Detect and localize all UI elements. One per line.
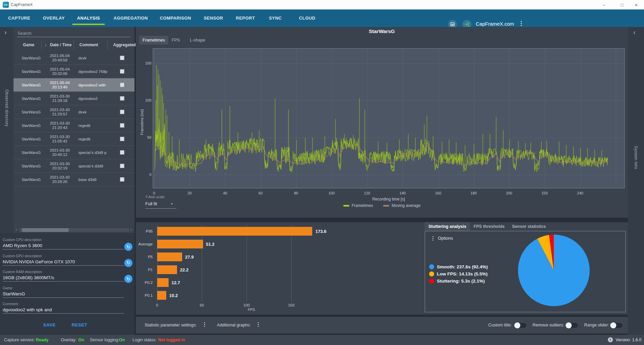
statistic-settings-kebab-icon[interactable]: ⋮	[202, 321, 207, 327]
scroll-left-icon[interactable]: ‹	[16, 227, 17, 232]
record-game: StarWarsG	[22, 124, 41, 128]
refresh-button[interactable]: ↻	[124, 275, 132, 283]
y-tick-label: 150	[141, 61, 151, 65]
nav-tab-capture[interactable]: CAPTURE	[8, 16, 30, 21]
record-comment: dgvoodoo2 768p	[78, 70, 118, 74]
minimize-button[interactable]: –	[599, 1, 609, 8]
column-game[interactable]: Game	[23, 43, 34, 47]
nav-tab-cloud[interactable]: CLOUD	[299, 16, 315, 21]
column-comment[interactable]: Comment	[79, 43, 98, 47]
expand-system-info-chevron-icon[interactable]: ‹	[633, 28, 636, 36]
record-row[interactable]: StarWarsG2021-03-3021:39:18dgvoodoo2	[14, 92, 134, 105]
bar-value-label: 22.2	[180, 267, 189, 272]
aggregated-checkbox[interactable]	[120, 164, 124, 168]
bar-category-label: P0.2	[136, 281, 153, 285]
capframex-site-link[interactable]: CapFrameX.com	[476, 21, 514, 27]
bar-gridline	[157, 225, 157, 302]
refresh-button[interactable]: ↻	[124, 259, 132, 267]
frametime-plot[interactable]	[153, 48, 625, 188]
record-row[interactable]: StarWarsG2021-05-0420:49:59dxvk	[14, 51, 134, 65]
nav-menu-kebab-icon[interactable]: ⋮	[518, 20, 524, 27]
pie-legend-low-fps: Low FPS: 14.13s (5.5%)	[429, 271, 488, 276]
tab-frametimes[interactable]: Frametimes	[139, 36, 168, 45]
x-tick-label: 40	[218, 191, 232, 195]
aggregated-checkbox[interactable]	[120, 56, 124, 60]
info-icon[interactable]: i	[608, 337, 613, 342]
aggregated-checkbox[interactable]	[120, 69, 124, 74]
field-input-custom-gpu-description[interactable]	[3, 259, 124, 266]
record-row[interactable]: StarWarsG2021-03-3021:05:42regedit	[14, 132, 134, 146]
record-game: StarWarsG	[22, 83, 41, 87]
custom-title-toggle[interactable]	[515, 323, 526, 328]
remove-outliers-toggle[interactable]	[566, 323, 578, 328]
nav-tab-sync[interactable]: SYNC	[269, 16, 282, 21]
nav-tab-aggregation[interactable]: AGGREGATION	[114, 16, 148, 21]
record-row[interactable]: StarWarsG2021-05-0420:32:06dgvoodoo2 768…	[14, 65, 134, 78]
record-row[interactable]: StarWarsG2021-05-0420:13:49dgvoodoo2 wit…	[14, 78, 134, 92]
nav-tab-comparison[interactable]: COMPARISON	[160, 16, 191, 21]
range-slider-toggle[interactable]	[611, 323, 622, 328]
field-input-comment[interactable]	[3, 307, 124, 314]
frametime-chart	[153, 49, 624, 188]
horizontal-scrollbar[interactable]: ‹ ›	[14, 228, 134, 232]
y-tick-label: 100	[141, 98, 151, 102]
tab-l-shape[interactable]: L-shape	[187, 36, 208, 45]
aggregated-checkbox[interactable]	[120, 123, 124, 128]
tab-fps[interactable]: FPS	[168, 36, 183, 45]
field-input-custom-cpu-description[interactable]	[3, 243, 124, 249]
field-label: Custom GPU description	[3, 254, 42, 258]
record-comment: dgvoodoo2	[78, 97, 118, 101]
nav-tab-report[interactable]: REPORT	[236, 16, 255, 21]
record-row[interactable]: StarWarsG2021-03-3021:29:57dxvk	[14, 105, 134, 119]
sort-arrow-icon[interactable]: ↓	[45, 43, 47, 47]
record-datetime: 2021-05-0420:49:59	[45, 54, 75, 62]
statusbar: Capture service: Ready Overlay: On Senso…	[0, 335, 644, 345]
tab-stuttering-analysis[interactable]: Stuttering analysis	[425, 222, 470, 231]
record-datetime: 2021-03-3020:32:19	[45, 162, 75, 170]
record-row[interactable]: StarWarsG2021-03-3021:20:43regedit	[14, 119, 134, 132]
statistics-panel: 050100150P95173.6Average51.2P527.9P122.2…	[136, 222, 628, 315]
x-tick-label: 160	[431, 191, 445, 195]
additional-graphs-kebab-icon[interactable]: ⋮	[256, 321, 261, 327]
x-tick-label: 80	[289, 191, 303, 195]
options-label[interactable]: Options	[438, 236, 453, 241]
tab-sensor-statistics[interactable]: Sensor statistics	[509, 222, 550, 231]
pie-slice-smooth	[518, 235, 590, 306]
record-comment: regedit	[78, 137, 118, 141]
range-slider-label: Range slider:	[584, 323, 609, 327]
column-aggregated[interactable]: Aggregated	[113, 43, 136, 47]
nav-tab-sensor[interactable]: SENSOR	[204, 16, 223, 21]
login-icon	[465, 22, 469, 27]
close-button[interactable]: ×	[631, 1, 641, 8]
record-row[interactable]: StarWarsG2021-03-3020:40:12special k d3d…	[14, 146, 134, 159]
save-button[interactable]: SAVE	[43, 322, 56, 327]
aggregated-checkbox[interactable]	[120, 96, 124, 101]
reset-button[interactable]: RESET	[72, 322, 87, 327]
tab-fps-thresholds[interactable]: FPS thresholds	[470, 222, 509, 231]
aggregated-checkbox[interactable]	[120, 177, 124, 182]
nav-tab-overlay[interactable]: OVERLAY	[43, 16, 65, 21]
record-row[interactable]: StarWarsG2021-03-3020:26:26base d3d9	[14, 173, 134, 186]
record-row[interactable]: StarWarsG2021-03-3020:32:19special k d3d…	[14, 159, 134, 173]
nav-tab-analysis[interactable]: ANALYSIS	[77, 16, 100, 21]
expand-directory-chevron-icon[interactable]: ›	[4, 28, 7, 36]
search-input[interactable]	[17, 30, 130, 37]
field-input-custom-ram-description[interactable]	[3, 275, 124, 282]
field-label: Comment	[3, 302, 18, 306]
column-date-time[interactable]: Date / Time	[50, 43, 72, 47]
field-input-game[interactable]	[3, 291, 124, 298]
refresh-button[interactable]: ↻	[124, 243, 132, 251]
scroll-right-icon[interactable]: ›	[130, 227, 132, 232]
aggregated-checkbox[interactable]	[120, 137, 124, 141]
y-tick-label: 50	[141, 135, 151, 139]
scrollbar-thumb[interactable]	[22, 228, 69, 232]
aggregated-checkbox[interactable]	[120, 110, 124, 114]
options-kebab-icon[interactable]: ⋮	[430, 235, 436, 241]
chevron-down-icon[interactable]: ▾	[171, 202, 173, 206]
bar-x-tick-label: 150	[284, 303, 298, 307]
record-comment: special k d3d9 p	[78, 151, 118, 155]
custom-title-label: Custom title:	[488, 323, 512, 327]
aggregated-checkbox[interactable]	[120, 83, 124, 87]
maximize-button[interactable]: □	[617, 1, 627, 8]
aggregated-checkbox[interactable]	[120, 150, 124, 155]
